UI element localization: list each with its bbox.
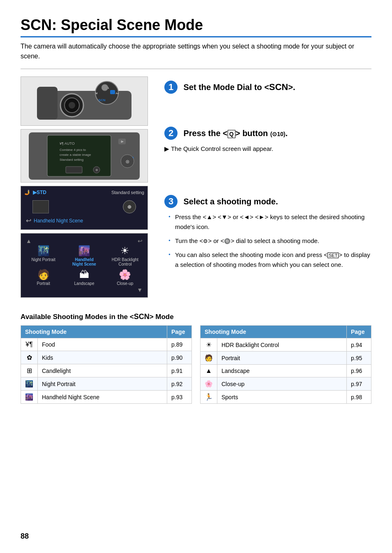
portrait-icon: 🧑 [201, 352, 217, 365]
sports-label-table: Sports [217, 391, 347, 404]
nav-down-arrow[interactable]: ▼ [137, 287, 143, 293]
svg-text:create a stable image: create a stable image [60, 153, 91, 157]
step-2-title: Press the <Q> button (⊙10). [183, 129, 288, 138]
svg-text:Standard setting: Standard setting [60, 158, 83, 162]
closeup-label-table: Close-up [217, 377, 347, 391]
candlelight-label: Candlelight [38, 364, 167, 377]
step-1-block: 1 Set the Mode Dial to <SCN>. [164, 81, 371, 94]
closeup-page: p.97 [347, 377, 371, 391]
hdr-label: HDR BacklightControl [112, 257, 138, 266]
grid-nav-bottom: ▼ [24, 286, 144, 294]
camera-dial-svg: CA M Av SCN [25, 79, 144, 124]
portrait-label-table: Portrait [217, 352, 347, 365]
sports-page: p.98 [347, 391, 371, 404]
step-3-body: Press the <▲> <▼> or <◄> <►> keys to sel… [164, 212, 371, 270]
table-row: 🌃 Night Portrait p.92 [21, 377, 192, 391]
svg-rect-1 [37, 87, 58, 120]
food-page: p.89 [167, 338, 192, 351]
svg-text:M: M [96, 92, 98, 95]
table-row: ⊞ Candlelight p.91 [21, 364, 192, 377]
std-label: Standard setting [49, 190, 144, 195]
closeup-symbol: 🌸 [119, 269, 131, 280]
nav-up-arrow[interactable]: ▲ [26, 238, 32, 244]
grid-portrait[interactable]: 🧑 Portrait [37, 269, 50, 286]
landscape-symbol: 🏔 [79, 269, 89, 280]
page-subtitle: The camera will automatically choose the… [21, 42, 371, 61]
svg-text:⊕: ⊕ [95, 168, 98, 172]
mode-table-left: Shooting Mode Page ¥¶ Food p.89 ✿ Kids p… [21, 325, 192, 404]
closeup-label: Close-up [117, 281, 133, 286]
portrait-label: Portrait [37, 281, 50, 286]
landscape-label-table: Landscape [217, 365, 347, 377]
back-icon: ↩ [26, 217, 31, 224]
std-icon: ▶STD [33, 190, 46, 195]
step-images: CA M Av SCN ¥¶ AUTO [21, 76, 156, 301]
camera-dial-diagram: CA M Av SCN [21, 76, 148, 126]
page-number: 88 [21, 532, 29, 541]
steps-container: CA M Av SCN ¥¶ AUTO [21, 76, 371, 301]
night-portrait-symbol: 🌃 [37, 245, 50, 257]
grid-closeup[interactable]: 🌸 Close-up [117, 269, 133, 286]
handheld-page: p.93 [167, 391, 192, 404]
handheld-night-label: HandheldNight Scene [72, 257, 96, 266]
food-label: Food [38, 338, 167, 351]
kids-icon: ✿ [21, 351, 38, 364]
svg-text:SCN: SCN [99, 98, 106, 102]
step-3-list: Press the <▲> <▼> or <◄> <►> keys to sel… [164, 212, 371, 270]
grid-landscape[interactable]: 🏔 Landscape [74, 269, 95, 286]
mode-icon-circle: ⊕ [123, 200, 136, 213]
section-divider [21, 69, 371, 69]
night-portrait-label: Night Portrait [31, 257, 55, 262]
available-title: Available Shooting Modes in the <SCN> Mo… [21, 312, 371, 321]
svg-rect-18 [66, 167, 82, 173]
portrait-page: p.95 [347, 352, 371, 365]
page-title: SCN: Special Scene Mode [21, 16, 371, 37]
kids-page: p.90 [167, 351, 192, 364]
mode-table-right: Shooting Mode Page ☀ HDR Backlight Contr… [200, 325, 371, 404]
svg-text:Av: Av [116, 92, 119, 95]
candlelight-icon: ⊞ [21, 364, 38, 377]
available-section: Available Shooting Modes in the <SCN> Mo… [21, 312, 371, 404]
table-row: 🌆 Handheld Night Scene p.93 [21, 391, 192, 404]
step-3-item1: Press the <▲> <▼> or <◄> <►> keys to sel… [168, 212, 371, 232]
landscape-page: p.96 [347, 365, 371, 377]
mode-icon-portrait: 🤳 [24, 190, 30, 195]
step-3-title: Select a shooting mode. [183, 197, 278, 206]
hdr-symbol: ☀ [120, 245, 129, 257]
step-3-item2: Turn the <⚙> or <🔘> dial to select a sho… [168, 236, 371, 246]
table-row: ✿ Kids p.90 [21, 351, 192, 364]
grid-nav-top: ▲ ↩ [24, 237, 144, 245]
step-2-body: The Quick Control screen will appear. [164, 144, 371, 154]
camera-back-svg: ¥¶ AUTO Combine 4 pics to create a stabl… [25, 130, 144, 182]
handheld-label: Handheld Night Scene [34, 218, 83, 224]
landscape-icon: ▲ [201, 365, 217, 377]
candlelight-page: p.91 [167, 364, 192, 377]
left-table-col1-header: Shooting Mode [21, 326, 167, 338]
right-table-col2-header: Page [347, 326, 371, 338]
step-1-title: Set the Mode Dial to <SCN>. [183, 83, 295, 92]
sports-icon: 🏃 [201, 391, 217, 404]
closeup-icon: 🌸 [201, 377, 217, 391]
svg-text:◎: ◎ [126, 159, 129, 164]
night-portrait-page: p.92 [167, 377, 192, 391]
food-icon: ¥¶ [21, 338, 38, 351]
step-1-number: 1 [164, 81, 178, 94]
title-scn-text: SCN: Special Scene Mode [21, 16, 203, 34]
step-2-para1: The Quick Control screen will appear. [164, 144, 371, 154]
landscape-label: Landscape [74, 281, 95, 286]
table-row: 🌸 Close-up p.97 [201, 377, 371, 391]
grid-night-portrait[interactable]: 🌃 Night Portrait [31, 245, 55, 266]
handheld-night-symbol: 🌆 [78, 245, 90, 257]
step-3-block: 3 Select a shooting mode. Press the <▲> … [164, 195, 371, 270]
left-table-col2-header: Page [167, 326, 192, 338]
steps-text-area: 1 Set the Mode Dial to <SCN>. 2 Press th… [156, 76, 371, 301]
night-portrait-icon: 🌃 [21, 377, 38, 391]
nav-back-icon[interactable]: ↩ [138, 238, 143, 244]
svg-text:⊳: ⊳ [121, 140, 124, 143]
svg-text:Combine 4 pics to: Combine 4 pics to [60, 148, 86, 152]
grid-hdr[interactable]: ☀ HDR BacklightControl [112, 245, 138, 266]
table-row: ☀ HDR Backlight Control p.94 [201, 338, 371, 352]
grid-handheld-night[interactable]: 🌆 HandheldNight Scene [72, 245, 96, 266]
shooting-mode-grid: ▲ ↩ 🌃 Night Portrait 🌆 HandheldNight Sce… [21, 233, 148, 298]
step-2-number: 2 [164, 127, 178, 140]
